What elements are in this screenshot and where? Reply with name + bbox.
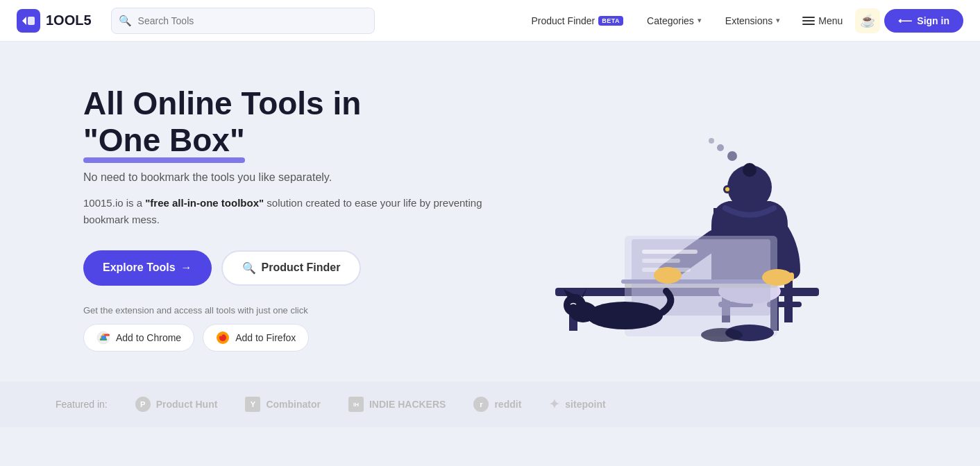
indie-hackers-name: INDIE HACKERS	[369, 399, 446, 410]
beta-badge: BETA	[598, 16, 623, 26]
product-finder-button[interactable]: 🔍 Product Finder	[221, 250, 362, 286]
chrome-icon	[96, 331, 110, 345]
product-hunt-name: Product Hunt	[156, 399, 218, 410]
arrow-icon: →	[181, 261, 192, 274]
navbar: 1OOL5 🔍 Product Finder BETA Categories ▾…	[0, 0, 980, 42]
product-hunt-icon: P	[135, 397, 151, 412]
svg-rect-33	[782, 270, 788, 281]
hero-subtitle1: No need to bookmark the tools you like s…	[83, 171, 500, 184]
chevron-down-icon: ▾	[698, 16, 702, 25]
svg-point-39	[586, 302, 663, 329]
firefox-label: Add to Firefox	[235, 332, 296, 343]
reddit-logo: r reddit	[473, 397, 521, 412]
svg-rect-27	[642, 259, 680, 263]
indie-hackers-icon: IH	[348, 397, 364, 412]
categories-label: Categories	[647, 15, 694, 26]
hero-title-part2: "One Box"	[83, 122, 245, 159]
chrome-label: Add to Chrome	[116, 332, 181, 343]
signin-label: Sign in	[917, 15, 949, 26]
y-combinator-icon: Y	[245, 397, 260, 412]
svg-point-38	[709, 138, 714, 144]
coffee-icon: ☕	[860, 13, 875, 28]
hero-illustration	[500, 87, 847, 350]
extensions-label: Extensions	[725, 15, 772, 26]
hero-title-part1: All Online Tools in	[83, 85, 361, 121]
search-icon: 🔍	[242, 261, 256, 275]
svg-point-20	[725, 187, 729, 191]
svg-point-36	[727, 151, 737, 161]
categories-nav[interactable]: Categories ▾	[637, 10, 711, 31]
hamburger-icon	[802, 17, 815, 25]
svg-rect-26	[642, 250, 698, 254]
featured-logos: P Product Hunt Y Combinator IH INDIE HAC…	[135, 397, 606, 412]
chevron-down-icon: ▾	[776, 16, 780, 25]
search-input[interactable]	[111, 8, 375, 34]
svg-rect-31	[767, 271, 772, 281]
explore-tools-label: Explore Tools	[103, 261, 176, 274]
product-finder-label: Product Finder	[262, 261, 341, 274]
extensions-nav[interactable]: Extensions ▾	[716, 10, 790, 31]
svg-point-4	[101, 336, 105, 340]
hero-title: All Online Tools in "One Box"	[83, 85, 500, 159]
extension-buttons: Add to Chrome Add to Firefox	[83, 324, 500, 352]
svg-rect-1	[28, 17, 35, 25]
coffee-button[interactable]: ☕	[855, 8, 880, 33]
nav-links: Product Finder BETA Categories ▾ Extensi…	[521, 8, 963, 33]
cta-buttons: Explore Tools → 🔍 Product Finder	[83, 250, 500, 286]
y-combinator-logo: Y Combinator	[245, 397, 321, 412]
svg-point-18	[743, 163, 757, 177]
svg-point-41	[564, 294, 586, 316]
indie-hackers-logo: IH INDIE HACKERS	[348, 397, 446, 412]
svg-rect-34	[789, 273, 794, 281]
menu-button[interactable]: Menu	[794, 10, 851, 31]
hero-content: All Online Tools in "One Box" No need to…	[83, 85, 500, 352]
svg-rect-32	[775, 270, 780, 281]
add-to-firefox-button[interactable]: Add to Firefox	[203, 324, 309, 352]
product-hunt-logo: P Product Hunt	[135, 397, 218, 412]
signin-button[interactable]: ⟵ Sign in	[884, 9, 963, 33]
svg-point-35	[654, 267, 682, 284]
product-finder-label: Product Finder	[531, 15, 595, 26]
extension-description: Get the extension and access all tools w…	[83, 305, 500, 316]
explore-tools-button[interactable]: Explore Tools →	[83, 250, 212, 286]
y-combinator-name: Combinator	[266, 399, 321, 410]
svg-point-45	[701, 328, 743, 342]
search-wrapper: 🔍	[111, 8, 375, 34]
search-icon: 🔍	[119, 15, 132, 27]
sitepoint-icon: ✦	[549, 397, 559, 412]
add-to-chrome-button[interactable]: Add to Chrome	[83, 324, 194, 352]
logo-text: 1OOL5	[46, 12, 92, 28]
menu-label: Menu	[818, 15, 843, 26]
reddit-name: reddit	[494, 399, 521, 410]
hero-subtitle2: 10015.io is a "free all-in-one toolbox" …	[83, 195, 500, 228]
signin-icon: ⟵	[898, 15, 912, 26]
firefox-icon	[216, 331, 230, 345]
sitepoint-name: sitepoint	[565, 399, 605, 410]
svg-point-37	[717, 144, 724, 151]
sitepoint-logo: ✦ sitepoint	[549, 397, 605, 412]
hero-section: All Online Tools in "One Box" No need to…	[0, 42, 980, 381]
featured-label: Featured in:	[56, 399, 108, 410]
reddit-icon: r	[473, 397, 489, 412]
logo[interactable]: 1OOL5	[17, 9, 92, 33]
svg-rect-29	[621, 279, 781, 284]
product-finder-nav[interactable]: Product Finder BETA	[521, 10, 633, 31]
featured-section: Featured in: P Product Hunt Y Combinator…	[0, 381, 980, 427]
